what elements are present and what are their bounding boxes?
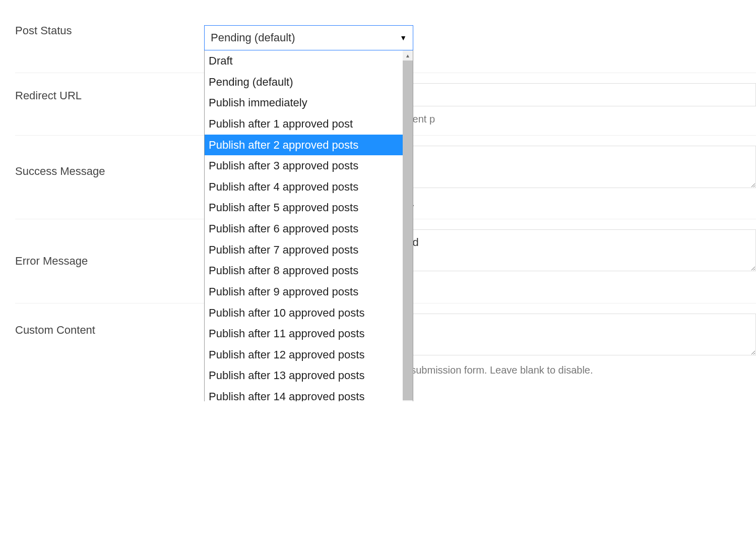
post-status-option[interactable]: Publish after 11 approved posts — [205, 323, 403, 344]
scroll-thumb[interactable] — [403, 60, 413, 400]
post-status-option[interactable]: Publish after 6 approved posts — [205, 218, 403, 239]
post-status-option[interactable]: Publish after 12 approved posts — [205, 344, 403, 365]
post-status-option[interactable]: Pending (default) — [205, 72, 403, 93]
post-status-option[interactable]: Publish after 14 approved posts — [205, 386, 403, 401]
post-status-selected-text: Pending (default) — [211, 31, 295, 44]
post-status-option[interactable]: Publish after 2 approved posts — [205, 135, 403, 156]
post-status-option[interactable]: Publish after 10 approved posts — [205, 302, 403, 324]
chevron-down-icon: ▼ — [400, 34, 407, 42]
post-status-select-wrapper: Pending (default) ▼ DraftPending (defaul… — [204, 25, 413, 50]
post-status-option[interactable]: Publish after 5 approved posts — [205, 197, 403, 218]
post-status-option[interactable]: Publish after 1 approved post — [205, 113, 403, 135]
field-post-status: Pending (default) ▼ DraftPending (defaul… — [204, 15, 756, 60]
post-status-option[interactable]: Publish after 9 approved posts — [205, 281, 403, 302]
post-status-option[interactable]: Publish after 3 approved posts — [205, 155, 403, 176]
post-status-option[interactable]: Publish after 4 approved posts — [205, 176, 403, 198]
label-success-message: Success Message — [15, 136, 204, 207]
label-redirect-url: Redirect URL — [15, 73, 204, 133]
post-status-option[interactable]: Draft — [205, 50, 403, 72]
dropdown-scrollbar[interactable]: ▲ ▼ — [403, 50, 413, 401]
post-status-dropdown-items: DraftPending (default)Publish immediatel… — [205, 50, 403, 401]
post-status-option[interactable]: Publish after 8 approved posts — [205, 260, 403, 281]
scroll-up-icon[interactable]: ▲ — [403, 50, 413, 60]
settings-form: Post Status Pending (default) ▼ DraftPen… — [15, 15, 756, 386]
post-status-select[interactable]: Pending (default) ▼ — [204, 25, 413, 50]
label-custom-content: Custom Content — [15, 303, 204, 362]
label-post-status: Post Status — [15, 15, 204, 73]
post-status-option[interactable]: Publish after 7 approved posts — [205, 239, 403, 261]
label-error-message: Error Message — [15, 219, 204, 303]
post-status-option[interactable]: Publish immediately — [205, 92, 403, 113]
post-status-option[interactable]: Publish after 13 approved posts — [205, 365, 403, 386]
scroll-track[interactable] — [403, 60, 413, 401]
post-status-dropdown: DraftPending (default)Publish immediatel… — [204, 50, 413, 401]
row-post-status: Post Status Pending (default) ▼ DraftPen… — [15, 15, 756, 73]
